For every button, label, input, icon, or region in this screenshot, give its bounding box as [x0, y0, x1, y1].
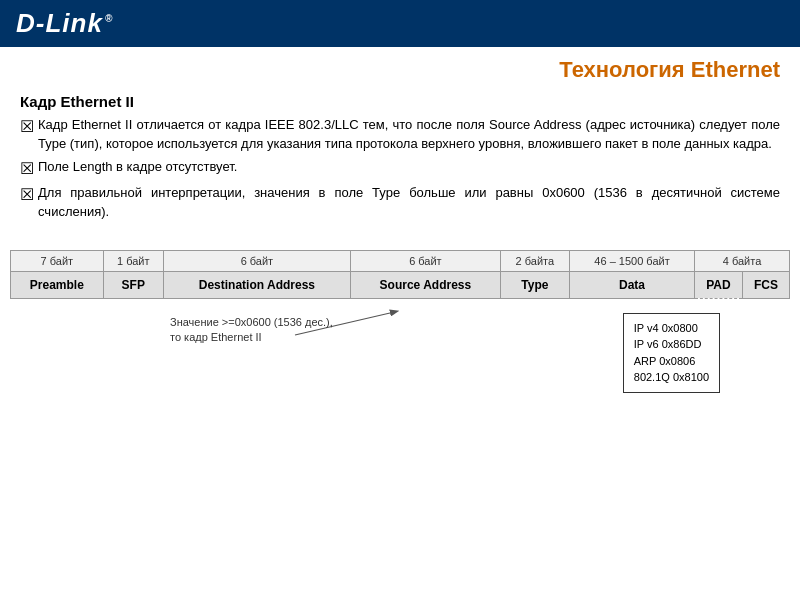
- bullet-icon-3: ☒: [20, 183, 34, 206]
- cell-fcs: FCS: [742, 271, 789, 298]
- bullet-icon-1: ☒: [20, 115, 34, 138]
- cell-src-address: Source Address: [351, 271, 501, 298]
- logo-dlink: D-Link: [16, 8, 103, 38]
- annotation-right-text: IP v4 0x0800IP v6 0x86DDARP 0x0806802.1Q…: [634, 322, 709, 384]
- cell-data: Data: [569, 271, 694, 298]
- section-title: Кадр Ethernet II: [20, 93, 780, 110]
- bullet-icon-2: ☒: [20, 157, 34, 180]
- cell-sfp: SFP: [103, 271, 163, 298]
- page-title: Технология Ethernet: [559, 57, 780, 82]
- annotation-right: IP v4 0x0800IP v6 0x86DDARP 0x0806802.1Q…: [623, 313, 720, 393]
- cell-pad: PAD: [695, 271, 743, 298]
- table-area: 7 байт 1 байт 6 байт 6 байт 2 байта 46 –…: [0, 250, 800, 299]
- annotation-left: Значение >=0x0600 (1536 дес.),то кадр Et…: [170, 315, 333, 346]
- col-header-fcs: 4 байта: [695, 250, 790, 271]
- main-content: Кадр Ethernet II ☒ Кадр Ethernet II отли…: [0, 89, 800, 236]
- cell-type: Type: [500, 271, 569, 298]
- col-header-data: 46 – 1500 байт: [569, 250, 694, 271]
- col-header-dest: 6 байт: [163, 250, 350, 271]
- col-header-sfp: 1 байт: [103, 250, 163, 271]
- page-title-area: Технология Ethernet: [0, 47, 800, 89]
- col-header-type: 2 байта: [500, 250, 569, 271]
- col-header-src: 6 байт: [351, 250, 501, 271]
- annotation-area: Значение >=0x0600 (1536 дес.),то кадр Et…: [0, 305, 800, 405]
- header-bar: D-Link®: [0, 0, 800, 47]
- bullet-text-1: Кадр Ethernet II отличается от кадра IEE…: [38, 116, 780, 154]
- table-header-row: 7 байт 1 байт 6 байт 6 байт 2 байта 46 –…: [11, 250, 790, 271]
- bullet-item-2: ☒ Поле Length в кадре отсутствует.: [20, 158, 780, 180]
- bullet-text-3: Для правильной интерпретации, значения в…: [38, 184, 780, 222]
- bullet-text-2: Поле Length в кадре отсутствует.: [38, 158, 237, 177]
- logo-text: D-Link®: [16, 8, 113, 39]
- bullet-item-3: ☒ Для правильной интерпретации, значения…: [20, 184, 780, 222]
- annotation-left-text: Значение >=0x0600 (1536 дес.),то кадр Et…: [170, 316, 333, 343]
- ethernet-table: 7 байт 1 байт 6 байт 6 байт 2 байта 46 –…: [10, 250, 790, 299]
- col-header-preamble: 7 байт: [11, 250, 104, 271]
- logo-tm: ®: [105, 13, 113, 24]
- table-label-row: Preamble SFP Destination Address Source …: [11, 271, 790, 298]
- bullet-item-1: ☒ Кадр Ethernet II отличается от кадра I…: [20, 116, 780, 154]
- cell-preamble: Preamble: [11, 271, 104, 298]
- cell-dest-address: Destination Address: [163, 271, 350, 298]
